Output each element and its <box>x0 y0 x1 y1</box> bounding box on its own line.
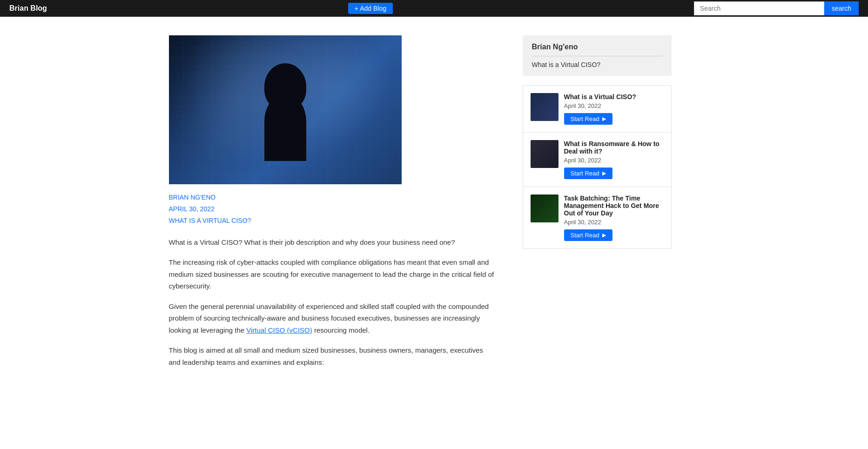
card-content-1: What is a Virtual CISO? April 30, 2022 S… <box>564 93 664 125</box>
post-body: What is a Virtual CISO? What is their jo… <box>169 236 495 369</box>
sidebar-card-1: What is a Virtual CISO? April 30, 2022 S… <box>523 86 671 133</box>
card-title-1: What is a Virtual CISO? <box>564 93 664 101</box>
card-thumb-1 <box>531 93 558 121</box>
author-subtitle: What is a Virtual CISO? <box>532 61 662 68</box>
card-content-3: Task Batching: The Time Management Hack … <box>564 194 664 241</box>
card-date-3: April 30, 2022 <box>564 219 664 226</box>
card-title-2: What is Ransomware & How to Deal with it… <box>564 140 664 155</box>
card-date-2: April 30, 2022 <box>564 157 664 164</box>
search-input[interactable] <box>694 1 824 15</box>
sidebar-card-2: What is Ransomware & How to Deal with it… <box>523 133 671 187</box>
card-date-1: April 30, 2022 <box>564 102 664 109</box>
brand-logo: Brian Blog <box>9 4 47 13</box>
sidebar: Brian Ng'eno What is a Virtual CISO? Wha… <box>523 35 672 376</box>
date-link[interactable]: APRIL 30, 2022 <box>169 203 495 215</box>
add-blog-button[interactable]: + Add Blog <box>348 3 393 14</box>
title-link[interactable]: WHAT IS A VIRTUAL CISO? <box>169 215 495 227</box>
search-button[interactable]: search <box>824 1 859 15</box>
author-link[interactable]: BRIAN NG'ENO <box>169 192 495 203</box>
page-wrapper: BRIAN NG'ENO APRIL 30, 2022 WHAT IS A VI… <box>85 17 783 395</box>
card-thumb-2 <box>531 140 558 168</box>
post-para3: This blog is aimed at all small and medi… <box>169 344 495 368</box>
navbar-center: + Add Blog <box>348 3 393 14</box>
hacker-silhouette <box>248 59 323 161</box>
card-content-2: What is Ransomware & How to Deal with it… <box>564 140 664 179</box>
author-box: Brian Ng'eno What is a Virtual CISO? <box>523 35 672 76</box>
post-para2: Given the general perennial unavailabili… <box>169 301 495 336</box>
navbar-right: search <box>694 1 859 15</box>
navbar: Brian Blog + Add Blog search <box>0 0 868 17</box>
author-name: Brian Ng'eno <box>532 43 662 56</box>
post-meta: BRIAN NG'ENO APRIL 30, 2022 WHAT IS A VI… <box>169 192 495 227</box>
post-intro: What is a Virtual CISO? What is their jo… <box>169 236 495 248</box>
card-title-3: Task Batching: The Time Management Hack … <box>564 194 664 217</box>
card-thumb-3 <box>531 194 558 222</box>
vciso-link[interactable]: Virtual CISO (vCISO) <box>246 326 312 334</box>
post-para1: The increasing risk of cyber-attacks cou… <box>169 256 495 292</box>
start-read-button-1[interactable]: Start Read <box>564 113 612 125</box>
sidebar-cards: What is a Virtual CISO? April 30, 2022 S… <box>523 85 672 249</box>
sidebar-card-3: Task Batching: The Time Management Hack … <box>523 187 671 248</box>
start-read-button-2[interactable]: Start Read <box>564 168 612 179</box>
start-read-button-3[interactable]: Start Read <box>564 229 612 241</box>
hero-image <box>169 35 402 184</box>
main-content: BRIAN NG'ENO APRIL 30, 2022 WHAT IS A VI… <box>169 35 495 376</box>
